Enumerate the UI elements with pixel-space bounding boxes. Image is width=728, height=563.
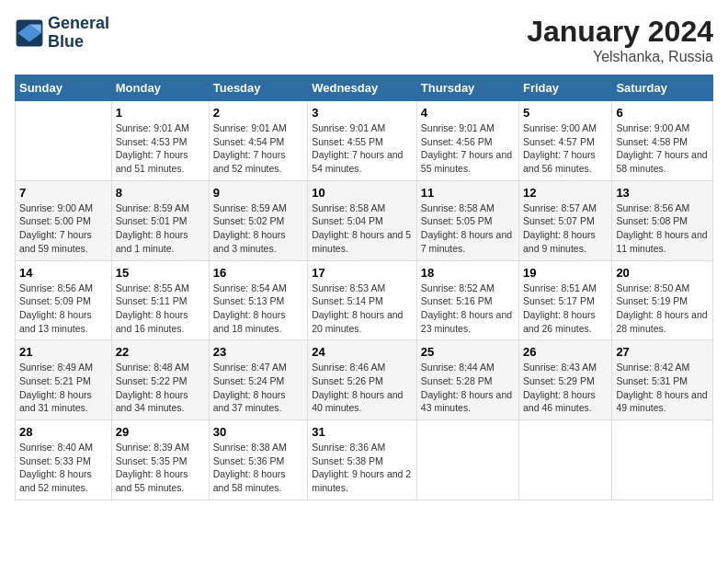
day-number: 4 <box>421 106 515 120</box>
day-number: 22 <box>116 345 205 359</box>
calendar-week-1: 1 Sunrise: 9:01 AM Sunset: 4:53 PM Dayli… <box>16 101 713 181</box>
calendar-cell: 11 Sunrise: 8:58 AM Sunset: 5:05 PM Dayl… <box>416 180 518 260</box>
day-number: 2 <box>213 106 303 120</box>
calendar-cell: 31 Sunrise: 8:36 AM Sunset: 5:38 PM Dayl… <box>308 420 417 500</box>
day-number: 25 <box>421 345 515 359</box>
calendar-cell: 25 Sunrise: 8:44 AM Sunset: 5:28 PM Dayl… <box>416 340 518 420</box>
calendar-cell: 4 Sunrise: 9:01 AM Sunset: 4:56 PM Dayli… <box>416 101 518 181</box>
day-info: Sunrise: 8:40 AM Sunset: 5:33 PM Dayligh… <box>19 441 108 495</box>
calendar-cell: 28 Sunrise: 8:40 AM Sunset: 5:33 PM Dayl… <box>16 420 112 500</box>
calendar-cell: 14 Sunrise: 8:56 AM Sunset: 5:09 PM Dayl… <box>16 260 112 340</box>
day-number: 14 <box>19 266 108 280</box>
weekday-header-saturday: Saturday <box>612 75 713 101</box>
day-number: 30 <box>213 425 303 439</box>
logo-text: General Blue <box>48 15 109 52</box>
calendar-cell: 27 Sunrise: 8:42 AM Sunset: 5:31 PM Dayl… <box>612 340 713 420</box>
page-subtitle: Yelshanka, Russia <box>527 49 713 65</box>
day-info: Sunrise: 8:57 AM Sunset: 5:07 PM Dayligh… <box>523 201 608 256</box>
day-info: Sunrise: 8:42 AM Sunset: 5:31 PM Dayligh… <box>616 361 709 415</box>
day-number: 8 <box>116 186 205 200</box>
day-number: 24 <box>312 345 413 359</box>
day-number: 5 <box>523 106 608 120</box>
weekday-header-friday: Friday <box>519 75 612 101</box>
weekday-header-wednesday: Wednesday <box>308 75 417 101</box>
day-number: 31 <box>312 425 413 439</box>
day-info: Sunrise: 8:48 AM Sunset: 5:22 PM Dayligh… <box>116 361 205 415</box>
calendar-cell: 7 Sunrise: 9:00 AM Sunset: 5:00 PM Dayli… <box>16 180 112 260</box>
day-info: Sunrise: 8:56 AM Sunset: 5:09 PM Dayligh… <box>19 282 108 336</box>
calendar-cell: 26 Sunrise: 8:43 AM Sunset: 5:29 PM Dayl… <box>519 340 612 420</box>
calendar-cell: 2 Sunrise: 9:01 AM Sunset: 4:54 PM Dayli… <box>209 101 307 181</box>
calendar-cell: 15 Sunrise: 8:55 AM Sunset: 5:11 PM Dayl… <box>111 260 209 340</box>
calendar-week-4: 21 Sunrise: 8:49 AM Sunset: 5:21 PM Dayl… <box>16 340 713 420</box>
calendar-week-5: 28 Sunrise: 8:40 AM Sunset: 5:33 PM Dayl… <box>16 420 713 500</box>
day-info: Sunrise: 9:01 AM Sunset: 4:53 PM Dayligh… <box>116 121 205 176</box>
day-number: 29 <box>116 425 205 439</box>
calendar-cell: 24 Sunrise: 8:46 AM Sunset: 5:26 PM Dayl… <box>308 340 417 420</box>
day-number: 15 <box>116 266 205 280</box>
calendar-cell: 1 Sunrise: 9:01 AM Sunset: 4:53 PM Dayli… <box>111 101 209 181</box>
day-info: Sunrise: 8:39 AM Sunset: 5:35 PM Dayligh… <box>116 441 205 495</box>
calendar-cell <box>519 420 612 500</box>
calendar-cell: 19 Sunrise: 8:51 AM Sunset: 5:17 PM Dayl… <box>519 260 612 340</box>
day-number: 6 <box>616 106 709 120</box>
day-info: Sunrise: 8:54 AM Sunset: 5:13 PM Dayligh… <box>213 282 303 336</box>
weekday-header-monday: Monday <box>111 75 209 101</box>
day-info: Sunrise: 8:43 AM Sunset: 5:29 PM Dayligh… <box>523 361 608 415</box>
day-info: Sunrise: 8:56 AM Sunset: 5:08 PM Dayligh… <box>616 201 709 256</box>
day-info: Sunrise: 9:00 AM Sunset: 5:00 PM Dayligh… <box>19 201 108 256</box>
day-number: 7 <box>19 186 108 200</box>
calendar-cell <box>416 420 518 500</box>
page-title: January 2024 <box>527 15 713 49</box>
day-number: 26 <box>523 345 608 359</box>
day-number: 11 <box>421 186 515 200</box>
day-number: 12 <box>523 186 608 200</box>
day-number: 19 <box>523 266 608 280</box>
day-number: 13 <box>616 186 709 200</box>
calendar-cell: 12 Sunrise: 8:57 AM Sunset: 5:07 PM Dayl… <box>519 180 612 260</box>
day-info: Sunrise: 8:36 AM Sunset: 5:38 PM Dayligh… <box>312 441 413 495</box>
day-info: Sunrise: 8:50 AM Sunset: 5:19 PM Dayligh… <box>616 282 709 336</box>
day-number: 28 <box>19 425 108 439</box>
page-header: General Blue January 2024 Yelshanka, Rus… <box>15 15 713 65</box>
day-number: 27 <box>616 345 709 359</box>
day-number: 23 <box>213 345 303 359</box>
title-block: January 2024 Yelshanka, Russia <box>527 15 713 65</box>
day-number: 9 <box>213 186 303 200</box>
calendar-cell: 13 Sunrise: 8:56 AM Sunset: 5:08 PM Dayl… <box>612 180 713 260</box>
calendar-cell <box>16 101 112 181</box>
weekday-header-thursday: Thursday <box>416 75 518 101</box>
calendar-table: SundayMondayTuesdayWednesdayThursdayFrid… <box>15 75 713 500</box>
day-info: Sunrise: 8:47 AM Sunset: 5:24 PM Dayligh… <box>213 361 303 415</box>
calendar-week-3: 14 Sunrise: 8:56 AM Sunset: 5:09 PM Dayl… <box>16 260 713 340</box>
calendar-cell <box>612 420 713 500</box>
day-info: Sunrise: 8:38 AM Sunset: 5:36 PM Dayligh… <box>213 441 303 495</box>
day-info: Sunrise: 8:51 AM Sunset: 5:17 PM Dayligh… <box>523 282 608 336</box>
day-info: Sunrise: 8:49 AM Sunset: 5:21 PM Dayligh… <box>19 361 108 415</box>
day-info: Sunrise: 9:01 AM Sunset: 4:55 PM Dayligh… <box>312 121 413 176</box>
day-info: Sunrise: 8:44 AM Sunset: 5:28 PM Dayligh… <box>421 361 515 415</box>
calendar-cell: 10 Sunrise: 8:58 AM Sunset: 5:04 PM Dayl… <box>308 180 417 260</box>
day-info: Sunrise: 8:58 AM Sunset: 5:04 PM Dayligh… <box>312 201 413 256</box>
calendar-cell: 5 Sunrise: 9:00 AM Sunset: 4:57 PM Dayli… <box>519 101 612 181</box>
day-number: 18 <box>421 266 515 280</box>
day-info: Sunrise: 8:58 AM Sunset: 5:05 PM Dayligh… <box>421 201 515 256</box>
calendar-cell: 6 Sunrise: 9:00 AM Sunset: 4:58 PM Dayli… <box>612 101 713 181</box>
day-number: 21 <box>19 345 108 359</box>
calendar-cell: 22 Sunrise: 8:48 AM Sunset: 5:22 PM Dayl… <box>111 340 209 420</box>
calendar-cell: 8 Sunrise: 8:59 AM Sunset: 5:01 PM Dayli… <box>111 180 209 260</box>
calendar-cell: 18 Sunrise: 8:52 AM Sunset: 5:16 PM Dayl… <box>416 260 518 340</box>
calendar-cell: 30 Sunrise: 8:38 AM Sunset: 5:36 PM Dayl… <box>209 420 307 500</box>
day-number: 16 <box>213 266 303 280</box>
calendar-cell: 3 Sunrise: 9:01 AM Sunset: 4:55 PM Dayli… <box>308 101 417 181</box>
day-info: Sunrise: 8:46 AM Sunset: 5:26 PM Dayligh… <box>312 361 413 415</box>
day-number: 10 <box>312 186 413 200</box>
calendar-cell: 16 Sunrise: 8:54 AM Sunset: 5:13 PM Dayl… <box>209 260 307 340</box>
day-info: Sunrise: 8:52 AM Sunset: 5:16 PM Dayligh… <box>421 282 515 336</box>
day-info: Sunrise: 8:59 AM Sunset: 5:01 PM Dayligh… <box>116 201 205 256</box>
day-number: 20 <box>616 266 709 280</box>
logo-icon <box>15 18 44 48</box>
day-info: Sunrise: 8:59 AM Sunset: 5:02 PM Dayligh… <box>213 201 303 256</box>
day-number: 1 <box>116 106 205 120</box>
logo: General Blue <box>15 15 109 52</box>
